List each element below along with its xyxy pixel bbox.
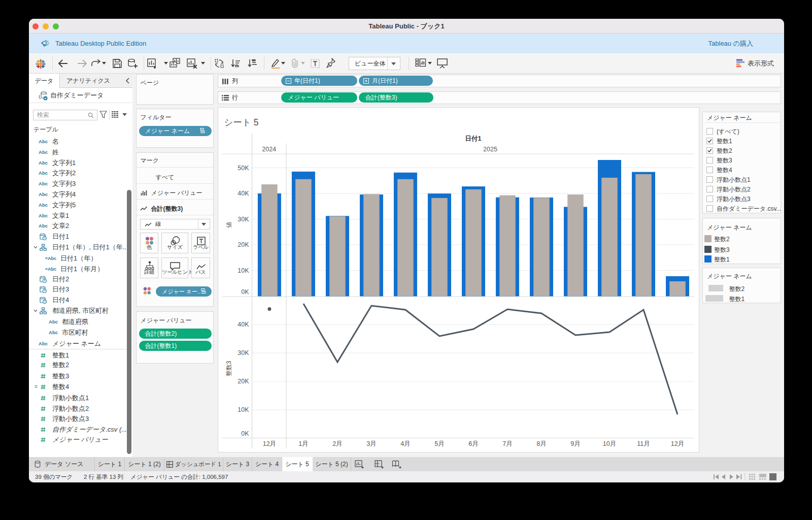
svg-text:30K: 30K xyxy=(238,349,249,356)
svg-text:10K: 10K xyxy=(238,406,249,413)
svg-text:0K: 0K xyxy=(241,288,249,296)
svg-text:シート 5: シート 5 xyxy=(224,117,259,127)
svg-text:40K: 40K xyxy=(238,321,249,328)
svg-text:値: 値 xyxy=(225,222,232,228)
svg-text:5月: 5月 xyxy=(434,440,444,447)
svg-text:2月: 2月 xyxy=(332,440,342,447)
svg-text:11月: 11月 xyxy=(637,440,650,447)
svg-text:7月: 7月 xyxy=(502,440,512,447)
svg-text:50K: 50K xyxy=(238,165,249,172)
svg-text:40K: 40K xyxy=(238,190,249,197)
svg-text:3月: 3月 xyxy=(366,440,376,447)
svg-text:20K: 20K xyxy=(238,378,249,385)
svg-text:4月: 4月 xyxy=(400,440,410,447)
svg-text:2024: 2024 xyxy=(262,146,276,153)
svg-text:10月: 10月 xyxy=(603,440,616,447)
svg-text:12月: 12月 xyxy=(263,440,276,447)
svg-text:6月: 6月 xyxy=(468,440,478,447)
svg-text:30K: 30K xyxy=(238,216,249,223)
svg-text:2025: 2025 xyxy=(483,146,497,153)
svg-text:整数3: 整数3 xyxy=(225,361,232,376)
svg-text:8月: 8月 xyxy=(536,440,546,447)
svg-text:1月: 1月 xyxy=(298,440,308,447)
svg-text:10K: 10K xyxy=(238,267,249,274)
svg-text:20K: 20K xyxy=(238,241,249,248)
svg-text:0K: 0K xyxy=(241,430,249,437)
svg-text:12月: 12月 xyxy=(671,440,684,447)
svg-text:日付1: 日付1 xyxy=(465,135,482,142)
svg-text:9月: 9月 xyxy=(570,440,580,447)
